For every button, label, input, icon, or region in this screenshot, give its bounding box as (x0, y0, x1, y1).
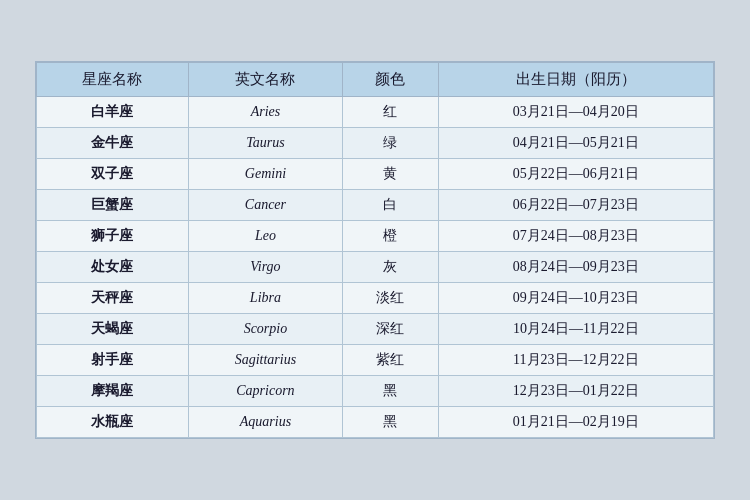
cell-color: 紫红 (343, 345, 439, 376)
cell-dates: 11月23日—12月22日 (438, 345, 713, 376)
cell-english-name: Sagittarius (188, 345, 342, 376)
table-row: 金牛座Taurus绿04月21日—05月21日 (37, 128, 714, 159)
cell-color: 白 (343, 190, 439, 221)
cell-dates: 04月21日—05月21日 (438, 128, 713, 159)
zodiac-table-container: 星座名称 英文名称 颜色 出生日期（阳历） 白羊座Aries红03月21日—04… (35, 61, 715, 439)
table-row: 处女座Virgo灰08月24日—09月23日 (37, 252, 714, 283)
cell-dates: 05月22日—06月21日 (438, 159, 713, 190)
table-row: 巨蟹座Cancer白06月22日—07月23日 (37, 190, 714, 221)
cell-chinese-name: 狮子座 (37, 221, 189, 252)
cell-color: 黄 (343, 159, 439, 190)
cell-color: 黑 (343, 407, 439, 438)
cell-dates: 09月24日—10月23日 (438, 283, 713, 314)
cell-color: 橙 (343, 221, 439, 252)
cell-chinese-name: 处女座 (37, 252, 189, 283)
cell-english-name: Aquarius (188, 407, 342, 438)
table-row: 双子座Gemini黄05月22日—06月21日 (37, 159, 714, 190)
table-row: 射手座Sagittarius紫红11月23日—12月22日 (37, 345, 714, 376)
table-body: 白羊座Aries红03月21日—04月20日金牛座Taurus绿04月21日—0… (37, 97, 714, 438)
cell-color: 深红 (343, 314, 439, 345)
cell-dates: 01月21日—02月19日 (438, 407, 713, 438)
cell-dates: 12月23日—01月22日 (438, 376, 713, 407)
cell-english-name: Leo (188, 221, 342, 252)
cell-english-name: Scorpio (188, 314, 342, 345)
cell-chinese-name: 双子座 (37, 159, 189, 190)
cell-english-name: Virgo (188, 252, 342, 283)
zodiac-table: 星座名称 英文名称 颜色 出生日期（阳历） 白羊座Aries红03月21日—04… (36, 62, 714, 438)
cell-english-name: Cancer (188, 190, 342, 221)
table-header-row: 星座名称 英文名称 颜色 出生日期（阳历） (37, 63, 714, 97)
cell-chinese-name: 金牛座 (37, 128, 189, 159)
header-chinese-name: 星座名称 (37, 63, 189, 97)
table-row: 白羊座Aries红03月21日—04月20日 (37, 97, 714, 128)
header-dates: 出生日期（阳历） (438, 63, 713, 97)
cell-dates: 03月21日—04月20日 (438, 97, 713, 128)
cell-chinese-name: 天蝎座 (37, 314, 189, 345)
cell-dates: 08月24日—09月23日 (438, 252, 713, 283)
cell-color: 淡红 (343, 283, 439, 314)
cell-english-name: Libra (188, 283, 342, 314)
cell-english-name: Capricorn (188, 376, 342, 407)
header-color: 颜色 (343, 63, 439, 97)
cell-color: 黑 (343, 376, 439, 407)
cell-dates: 07月24日—08月23日 (438, 221, 713, 252)
cell-english-name: Gemini (188, 159, 342, 190)
table-row: 水瓶座Aquarius黑01月21日—02月19日 (37, 407, 714, 438)
table-row: 天秤座Libra淡红09月24日—10月23日 (37, 283, 714, 314)
header-english-name: 英文名称 (188, 63, 342, 97)
table-row: 狮子座Leo橙07月24日—08月23日 (37, 221, 714, 252)
cell-english-name: Aries (188, 97, 342, 128)
cell-dates: 10月24日—11月22日 (438, 314, 713, 345)
cell-color: 红 (343, 97, 439, 128)
cell-chinese-name: 白羊座 (37, 97, 189, 128)
cell-chinese-name: 巨蟹座 (37, 190, 189, 221)
cell-chinese-name: 射手座 (37, 345, 189, 376)
cell-chinese-name: 天秤座 (37, 283, 189, 314)
cell-english-name: Taurus (188, 128, 342, 159)
table-row: 天蝎座Scorpio深红10月24日—11月22日 (37, 314, 714, 345)
cell-chinese-name: 水瓶座 (37, 407, 189, 438)
cell-dates: 06月22日—07月23日 (438, 190, 713, 221)
cell-chinese-name: 摩羯座 (37, 376, 189, 407)
table-row: 摩羯座Capricorn黑12月23日—01月22日 (37, 376, 714, 407)
cell-color: 灰 (343, 252, 439, 283)
cell-color: 绿 (343, 128, 439, 159)
